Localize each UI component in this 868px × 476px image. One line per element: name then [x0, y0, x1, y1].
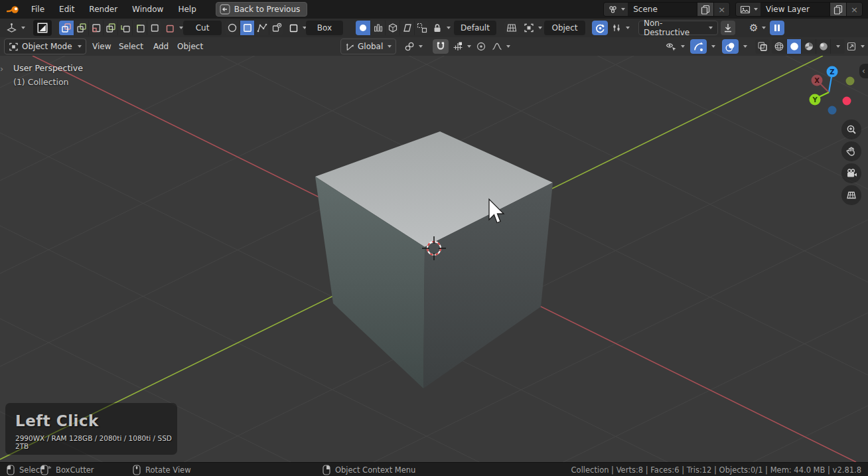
pivot-point-dropdown[interactable]: [402, 39, 425, 54]
right-mouse-icon: [323, 465, 330, 475]
gizmos-toggle-button[interactable]: [690, 39, 707, 54]
lock-icon: [432, 23, 443, 33]
boolean-imprint-button[interactable]: [132, 21, 147, 35]
menu-render[interactable]: Render: [82, 0, 125, 19]
shading-dropdown[interactable]: [830, 39, 845, 54]
boolean-union-button[interactable]: [74, 21, 88, 35]
settings-dropdown[interactable]: ⚙: [747, 21, 768, 35]
editor-corner-dropdown[interactable]: [844, 39, 867, 54]
lock-dropdown[interactable]: [430, 21, 453, 35]
scene-icon[interactable]: [604, 3, 628, 16]
orthographic-toggle-button[interactable]: [841, 185, 861, 205]
behavior-select[interactable]: Non-Destructive: [638, 21, 718, 35]
menu-file[interactable]: File: [24, 0, 52, 19]
orientation-axes-icon: [345, 42, 355, 52]
surface-field[interactable]: Object: [544, 21, 585, 35]
overlays-toggle-group: [722, 39, 739, 54]
view-layer-name[interactable]: View Layer: [760, 3, 830, 16]
hint-select: Select: [7, 463, 42, 476]
xray-toggle-button[interactable]: [755, 39, 770, 54]
menu-window[interactable]: Window: [125, 0, 171, 19]
surface-dropdown[interactable]: [522, 21, 544, 35]
snap-grid-button[interactable]: [414, 21, 429, 35]
overlays-toggle-button[interactable]: [722, 39, 739, 54]
gizmo-neg-x-axis[interactable]: [843, 97, 851, 106]
snap-increment-icon: [453, 41, 463, 52]
sidebar-collapse-tab[interactable]: ‹: [859, 64, 868, 78]
shading-material-button[interactable]: [801, 39, 816, 54]
gizmo-arc-icon: [693, 41, 704, 52]
shape-ngon-button[interactable]: [254, 21, 269, 35]
shape-box-button[interactable]: [240, 21, 254, 35]
toolbar-expand-arrow[interactable]: ›: [0, 64, 3, 74]
menu-object[interactable]: Object: [171, 39, 209, 54]
scene-name[interactable]: Scene: [628, 3, 697, 16]
zoom-button[interactable]: [841, 119, 861, 139]
gizmo-neg-z-axis[interactable]: [828, 106, 837, 115]
add-view-layer-button[interactable]: [830, 3, 846, 16]
object-mode-icon: [9, 42, 19, 52]
shading-wireframe-button[interactable]: [772, 39, 786, 54]
viewport-canvas[interactable]: [0, 56, 868, 462]
view-layer-selector[interactable]: View Layer ×: [735, 2, 863, 17]
solidify-button[interactable]: [385, 21, 399, 35]
chevron-down-icon: [78, 45, 82, 48]
behavior-label: Non-Destructive: [644, 19, 707, 37]
boolean-difference-button[interactable]: [59, 21, 74, 35]
shape-field[interactable]: Box: [306, 21, 343, 35]
rotate-live-button[interactable]: [592, 21, 608, 35]
object-visibility-dropdown[interactable]: [664, 39, 687, 54]
hardware-specs-label: 2990WX / RAM 128GB / 2080ti / 1080ti / S…: [15, 434, 177, 450]
3d-viewport[interactable]: User Perspective (1) Collection › ‹ Z X …: [0, 56, 868, 462]
surface-label: Object: [551, 23, 577, 33]
mode-select[interactable]: Object Mode: [4, 39, 86, 54]
shading-solid-button[interactable]: [786, 39, 801, 54]
bevel-button[interactable]: [399, 21, 414, 35]
view-layer-icon[interactable]: [736, 3, 760, 16]
gizmos-dropdown[interactable]: [707, 39, 717, 54]
snap-target-dropdown[interactable]: [451, 39, 473, 54]
pause-icon: [774, 24, 780, 32]
back-to-previous-button[interactable]: Back to Previous: [216, 2, 308, 17]
pause-button[interactable]: [770, 21, 784, 35]
boolean-box-button[interactable]: [147, 21, 161, 35]
navigation-gizmo[interactable]: Z X Y: [804, 64, 859, 117]
falloff-dropdown[interactable]: [490, 39, 512, 54]
orientation-select[interactable]: Global: [340, 39, 396, 54]
camera-view-button[interactable]: [841, 163, 861, 183]
mode-label: Default: [461, 23, 490, 33]
active-tool-button[interactable]: [33, 20, 52, 36]
grid-button[interactable]: [504, 21, 519, 35]
scene-selector[interactable]: Scene ×: [603, 2, 730, 17]
proportional-circle-icon: [476, 41, 486, 52]
apply-import-button[interactable]: [721, 21, 735, 35]
duplicate-scene-button[interactable]: [697, 3, 713, 16]
adjust-dropdown[interactable]: [609, 21, 632, 35]
boolean-extract-button[interactable]: [117, 21, 132, 35]
pan-button[interactable]: [841, 141, 861, 161]
boolean-slice-button[interactable]: [103, 21, 117, 35]
boolean-inset-button[interactable]: [88, 21, 103, 35]
mode-field[interactable]: Default: [454, 21, 496, 35]
snap-toggle-button[interactable]: [433, 39, 449, 54]
proportional-edit-button[interactable]: [474, 39, 488, 54]
unlink-scene-button[interactable]: ×: [713, 3, 729, 16]
shape-custom-button[interactable]: [269, 21, 283, 35]
editor-type-button[interactable]: [4, 21, 27, 35]
menu-select[interactable]: Select: [113, 39, 149, 54]
operation-field[interactable]: Cut: [183, 21, 222, 35]
shape-circle-button[interactable]: [225, 21, 240, 35]
array-button[interactable]: [370, 21, 385, 35]
active-collection-label: (1) Collection: [13, 75, 83, 89]
overlays-dropdown[interactable]: [739, 39, 749, 54]
3d-viewport-editor-icon: [6, 23, 17, 34]
chevron-down-icon: [743, 45, 747, 48]
remove-view-layer-button[interactable]: ×: [846, 3, 862, 16]
menu-edit[interactable]: Edit: [52, 0, 82, 19]
shading-rendered-button[interactable]: [816, 39, 830, 54]
gizmo-neg-y-axis[interactable]: [846, 77, 855, 86]
menu-help[interactable]: Help: [171, 0, 203, 19]
cutter-options-dropdown[interactable]: [163, 21, 185, 35]
origin-center-button[interactable]: [356, 21, 370, 35]
blender-logo-icon[interactable]: [0, 5, 24, 15]
